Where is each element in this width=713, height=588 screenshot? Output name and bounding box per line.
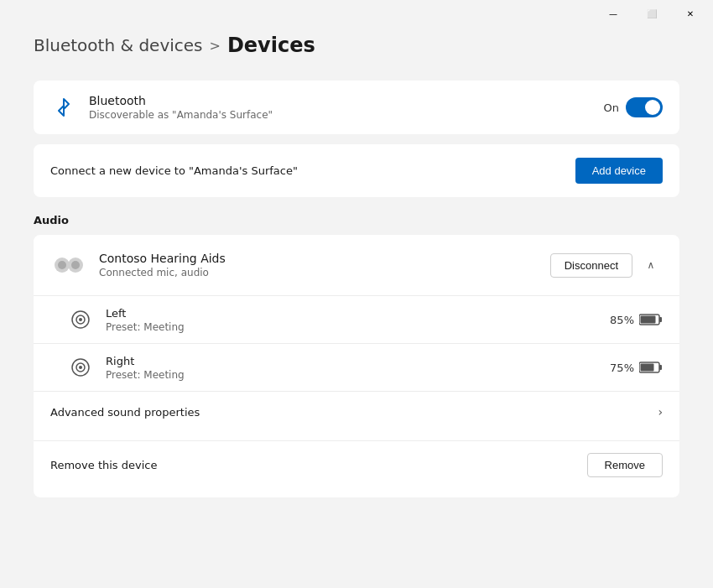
svg-rect-15 — [641, 364, 654, 372]
device-status: Connected mic, audio — [99, 267, 539, 278]
right-ear-icon — [67, 354, 94, 381]
breadcrumb: Bluetooth & devices > Devices — [34, 34, 679, 57]
close-button[interactable]: ✕ — [671, 0, 710, 27]
right-battery-info: 75% — [610, 362, 663, 374]
disconnect-button[interactable]: Disconnect — [550, 253, 632, 278]
add-device-button[interactable]: Add device — [575, 158, 663, 184]
bluetooth-info: Bluetooth Discoverable as "Amanda's Surf… — [89, 94, 592, 121]
left-ear-name: Left — [106, 307, 598, 320]
minimize-button[interactable]: — — [594, 0, 632, 27]
left-battery-pct: 85% — [610, 314, 634, 326]
device-main-row: Contoso Hearing Aids Connected mic, audi… — [34, 235, 679, 295]
remove-device-row: Remove this device Remove — [34, 440, 679, 489]
add-device-card: Connect a new device to "Amanda's Surfac… — [34, 144, 679, 197]
collapse-chevron-button[interactable]: ∧ — [639, 253, 663, 277]
svg-point-6 — [79, 318, 82, 321]
right-ear-row: Right Preset: Meeting 75% — [34, 343, 679, 391]
left-ear-row: Left Preset: Meeting 85% — [34, 295, 679, 343]
right-ear-name: Right — [106, 355, 598, 367]
advanced-sound-label: Advanced sound properties — [50, 406, 658, 419]
device-group-card: Contoso Hearing Aids Connected mic, audi… — [34, 235, 679, 497]
device-name: Contoso Hearing Aids — [99, 252, 539, 265]
svg-rect-8 — [659, 317, 662, 322]
left-ear-icon — [67, 306, 94, 333]
left-battery-icon — [639, 314, 663, 325]
advanced-sound-row[interactable]: Advanced sound properties › — [34, 391, 679, 432]
main-content: Bluetooth & devices > Devices Bluetooth … — [0, 34, 713, 541]
right-battery-icon — [639, 362, 663, 373]
page-title: Devices — [227, 34, 315, 57]
breadcrumb-separator: > — [210, 38, 221, 54]
svg-point-1 — [58, 261, 66, 269]
bluetooth-subtitle: Discoverable as "Amanda's Surface" — [89, 109, 592, 121]
device-actions: Disconnect ∧ — [550, 253, 663, 278]
remove-button[interactable]: Remove — [587, 453, 663, 477]
add-device-prompt: Connect a new device to "Amanda's Surfac… — [50, 164, 298, 177]
svg-point-12 — [79, 366, 82, 369]
svg-point-3 — [71, 261, 80, 269]
left-ear-info: Left Preset: Meeting — [106, 307, 598, 333]
right-battery-pct: 75% — [610, 362, 634, 374]
device-info: Contoso Hearing Aids Connected mic, audi… — [99, 252, 539, 278]
bluetooth-icon — [50, 94, 77, 121]
device-avatar — [50, 247, 87, 284]
bluetooth-card: Bluetooth Discoverable as "Amanda's Surf… — [34, 81, 679, 134]
svg-rect-9 — [641, 316, 656, 324]
advanced-sound-chevron: › — [658, 405, 663, 419]
right-ear-preset: Preset: Meeting — [106, 369, 598, 381]
svg-rect-14 — [659, 365, 662, 370]
audio-section-label: Audio — [34, 214, 679, 226]
breadcrumb-parent[interactable]: Bluetooth & devices — [34, 35, 203, 55]
remove-device-label: Remove this device — [50, 459, 587, 471]
left-ear-preset: Preset: Meeting — [106, 321, 598, 333]
bluetooth-toggle[interactable] — [626, 97, 663, 117]
title-bar: — ⬜ ✕ — [0, 0, 713, 27]
left-battery-info: 85% — [610, 314, 663, 326]
bluetooth-toggle-label: On — [604, 101, 619, 114]
maximize-button[interactable]: ⬜ — [632, 0, 671, 27]
bluetooth-toggle-container: On — [604, 97, 663, 117]
bluetooth-title: Bluetooth — [89, 94, 592, 107]
right-ear-info: Right Preset: Meeting — [106, 355, 598, 381]
